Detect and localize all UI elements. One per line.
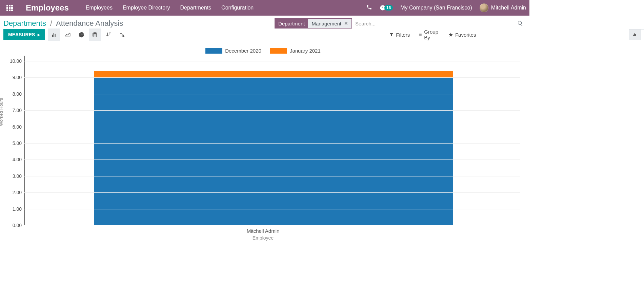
chart-legend: December 2020January 2021 bbox=[0, 48, 526, 54]
breadcrumb-current: Attendance Analysis bbox=[56, 19, 123, 27]
search-input[interactable] bbox=[352, 19, 515, 29]
main-area: Worked Hours December 2020January 2021 0… bbox=[0, 45, 529, 241]
control-panel-bottom: MEASURES ▸ bbox=[0, 29, 529, 45]
star-icon bbox=[448, 32, 453, 37]
x-axis-label: Employee bbox=[0, 235, 526, 241]
search-facet: Department Management ✕ bbox=[275, 18, 352, 29]
svg-point-0 bbox=[93, 32, 97, 34]
user-menu[interactable]: Mitchell Admin bbox=[480, 3, 526, 12]
pivot-view-button[interactable] bbox=[641, 30, 644, 40]
menu-departments[interactable]: Departments bbox=[180, 5, 212, 11]
caret-right-icon: ▸ bbox=[38, 32, 40, 37]
apps-icon[interactable] bbox=[5, 3, 14, 13]
legend-item[interactable]: December 2020 bbox=[205, 48, 261, 54]
activity-icon[interactable]: 16 bbox=[380, 5, 393, 11]
group-by-button[interactable]: Group By bbox=[419, 29, 440, 40]
measures-label: MEASURES bbox=[8, 32, 35, 37]
legend-swatch bbox=[270, 48, 287, 54]
grid-line bbox=[24, 61, 520, 61]
avatar-icon bbox=[480, 3, 488, 12]
facet-value: Management ✕ bbox=[308, 19, 351, 28]
app-brand[interactable]: Employees bbox=[26, 3, 69, 13]
chart: December 2020January 2021 0.001.002.003.… bbox=[0, 45, 529, 241]
control-panel-top: Departments / Attendance Analysis Depart… bbox=[0, 16, 529, 29]
activity-badge: 16 bbox=[384, 5, 393, 11]
y-tick: 8.00 bbox=[7, 91, 22, 97]
favorites-button[interactable]: Favorites bbox=[448, 32, 476, 38]
control-panel-right: Filters Group By Favorites bbox=[128, 29, 644, 41]
company-selector[interactable]: My Company (San Francisco) bbox=[400, 5, 472, 11]
y-tick: 10.00 bbox=[7, 58, 22, 64]
x-category-label: Mitchell Admin bbox=[0, 228, 526, 234]
grid-line bbox=[24, 94, 520, 94]
stacked-button[interactable] bbox=[89, 29, 101, 41]
breadcrumb-sep: / bbox=[50, 19, 52, 27]
search-area: Department Management ✕ bbox=[275, 18, 526, 29]
grid-line bbox=[24, 176, 520, 176]
filters-label: Filters bbox=[396, 32, 410, 38]
grid-line bbox=[24, 143, 520, 144]
grid-line bbox=[24, 127, 520, 127]
y-tick: 0.00 bbox=[7, 223, 22, 228]
favorites-label: Favorites bbox=[455, 32, 476, 38]
grid-line bbox=[24, 110, 520, 111]
y-tick: 7.00 bbox=[7, 108, 22, 113]
menu-configuration[interactable]: Configuration bbox=[221, 5, 254, 11]
legend-label: January 2021 bbox=[290, 48, 321, 54]
chart-type-group bbox=[48, 29, 128, 41]
y-tick: 1.00 bbox=[7, 206, 22, 212]
legend-swatch bbox=[205, 48, 222, 54]
y-tick: 9.00 bbox=[7, 75, 22, 80]
chart-plot: 0.001.002.003.004.005.006.007.008.009.00… bbox=[24, 56, 520, 225]
legend-label: December 2020 bbox=[225, 48, 261, 54]
y-tick: 2.00 bbox=[7, 190, 22, 195]
app-root: Employees Employees Employee Directory D… bbox=[0, 0, 529, 241]
legend-item[interactable]: January 2021 bbox=[270, 48, 321, 54]
grid-line bbox=[24, 77, 520, 78]
bar-segment[interactable] bbox=[94, 77, 453, 225]
y-tick: 3.00 bbox=[7, 173, 22, 179]
sort-asc-button[interactable] bbox=[116, 29, 128, 41]
pie-chart-button[interactable] bbox=[75, 29, 87, 41]
facet-remove-icon[interactable]: ✕ bbox=[344, 21, 348, 26]
breadcrumb: Departments / Attendance Analysis bbox=[3, 19, 123, 28]
menu-employee-directory[interactable]: Employee Directory bbox=[123, 5, 170, 11]
sort-desc-button[interactable] bbox=[102, 29, 115, 41]
group-by-label: Group By bbox=[424, 29, 440, 40]
bar-chart-button[interactable] bbox=[48, 29, 60, 41]
measures-button[interactable]: MEASURES ▸ bbox=[3, 29, 45, 40]
chart-bars bbox=[24, 56, 520, 225]
line-chart-button[interactable] bbox=[62, 29, 74, 41]
topnav-right: 16 My Company (San Francisco) Mitchell A… bbox=[366, 3, 526, 12]
topnav-menus: Employees Employee Directory Departments… bbox=[86, 5, 254, 11]
y-tick: 4.00 bbox=[7, 157, 22, 162]
menu-employees[interactable]: Employees bbox=[86, 5, 113, 11]
view-switcher bbox=[629, 29, 644, 40]
facet-value-text: Management bbox=[311, 21, 341, 26]
grid-line bbox=[24, 159, 520, 160]
y-tick: 5.00 bbox=[7, 140, 22, 146]
chart-controls: MEASURES ▸ bbox=[3, 29, 128, 41]
top-navbar: Employees Employees Employee Directory D… bbox=[0, 0, 529, 16]
phone-icon[interactable] bbox=[366, 4, 372, 12]
facet-label: Department bbox=[275, 19, 308, 28]
grid-line bbox=[24, 192, 520, 193]
filters-button[interactable]: Filters bbox=[389, 32, 410, 38]
search-icon[interactable] bbox=[515, 20, 526, 26]
breadcrumb-parent[interactable]: Departments bbox=[3, 19, 46, 27]
grid-line bbox=[24, 209, 520, 209]
search-options: Filters Group By Favorites bbox=[389, 29, 476, 40]
list-icon bbox=[419, 32, 422, 37]
graph-view-button[interactable] bbox=[629, 30, 641, 40]
user-name: Mitchell Admin bbox=[491, 5, 526, 11]
funnel-icon bbox=[389, 32, 394, 37]
bar-segment[interactable] bbox=[94, 71, 453, 77]
y-tick: 6.00 bbox=[7, 124, 22, 130]
